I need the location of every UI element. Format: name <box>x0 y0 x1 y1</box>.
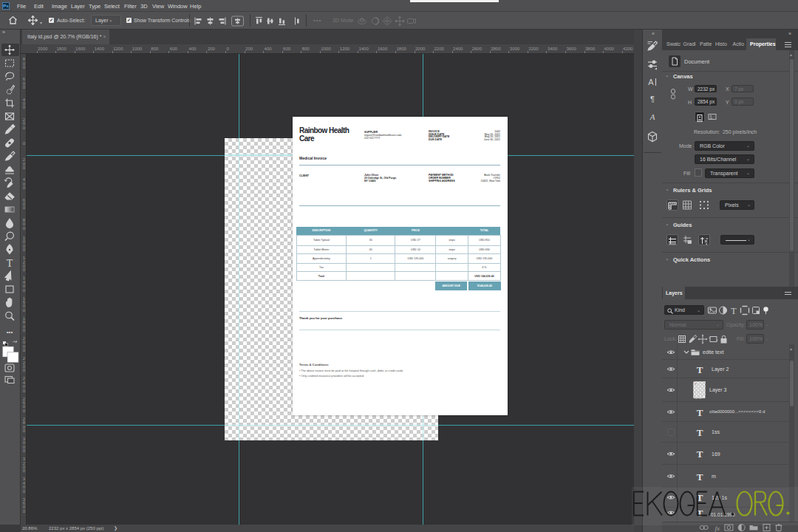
svg-text:T: T <box>7 258 13 269</box>
svg-text:A: A <box>649 112 655 121</box>
svg-text:A: A <box>648 78 654 86</box>
svg-text:fx: fx <box>715 525 720 532</box>
svg-text:T: T <box>697 471 703 482</box>
svg-text:T: T <box>731 306 737 316</box>
svg-text:T: T <box>697 407 703 418</box>
svg-text:T: T <box>697 364 703 375</box>
svg-text:•••: ••• <box>7 329 13 335</box>
svg-text:¶: ¶ <box>650 95 655 103</box>
svg-text:T: T <box>697 449 703 460</box>
svg-text:T: T <box>697 427 703 438</box>
